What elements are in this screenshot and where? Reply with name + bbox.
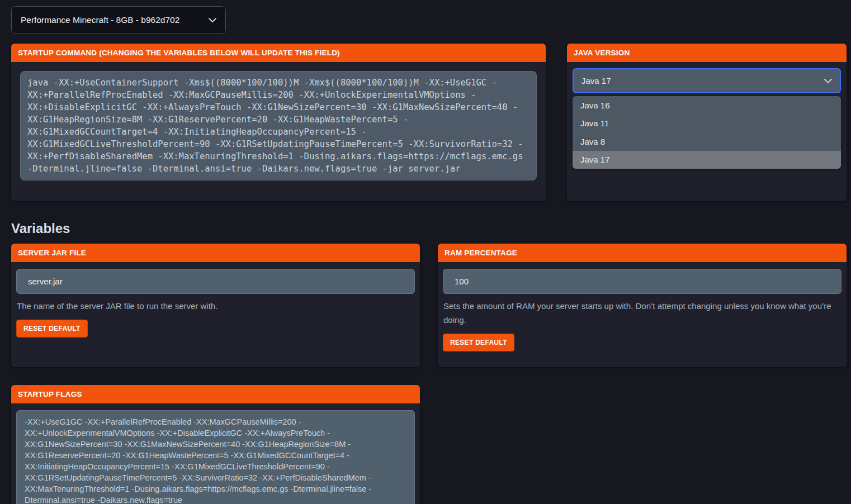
ram-percentage-reset-default-button[interactable]: RESET DEFAULT [443,334,514,351]
ram-percentage-header: RAM PERCENTAGE [438,244,847,262]
java-version-option-java-11[interactable]: Java 11 [573,115,841,133]
server-jar-file-description: The name of the server JAR file to run t… [17,299,414,313]
java-version-option-java-8[interactable]: Java 8 [573,132,841,151]
server-selector[interactable]: Performance Minecraft - 8GB - b962d702 [11,6,226,34]
ram-percentage-body: Sets the amount of RAM your server start… [438,262,847,367]
startup-settings-page: Performance Minecraft - 8GB - b962d702 S… [0,0,851,504]
startup-flags-header: STARTUP FLAGS [11,385,420,403]
java-version-body: Java 17 Java 16 Java 11 Java 8 Java 17 [567,62,847,175]
server-jar-file-input[interactable] [16,269,415,294]
startup-flags-card: STARTUP FLAGS -XX:+UseG1GC -XX:+Parallel… [11,385,420,504]
server-jar-file-card: SERVER JAR FILE The name of the server J… [11,244,420,367]
startup-command-header: STARTUP COMMAND (CHANGING THE VARIABLES … [11,44,546,62]
java-version-option-list: Java 16 Java 11 Java 8 Java 17 [573,96,841,169]
variables-section-title: Variables [11,221,847,236]
java-version-option-java-17[interactable]: Java 17 [573,151,841,169]
java-version-panel: JAVA VERSION Java 17 Java 16 Java 11 Jav… [567,44,847,201]
java-version-header: JAVA VERSION [567,44,847,62]
startup-flags-textarea[interactable]: -XX:+UseG1GC -XX:+ParallelRefProcEnabled… [16,410,415,504]
chevron-down-icon [209,18,216,22]
ram-percentage-input[interactable] [443,269,841,294]
server-selector-value: Performance Minecraft - 8GB - b962d702 [21,15,179,25]
java-version-select[interactable]: Java 17 [573,68,841,93]
startup-command-panel: STARTUP COMMAND (CHANGING THE VARIABLES … [11,44,546,201]
startup-command-field[interactable]: java -XX:+UseContainerSupport -Xms$((800… [20,71,537,180]
top-row: STARTUP COMMAND (CHANGING THE VARIABLES … [11,44,847,201]
java-version-option-java-16[interactable]: Java 16 [573,96,841,115]
ram-percentage-description: Sets the amount of RAM your server start… [443,299,841,327]
java-version-selected-value: Java 17 [581,76,611,85]
variables-row: SERVER JAR FILE The name of the server J… [11,244,847,367]
ram-percentage-card: RAM PERCENTAGE Sets the amount of RAM yo… [438,244,847,367]
server-jar-file-header: SERVER JAR FILE [11,244,420,262]
chevron-down-icon [824,79,832,83]
startup-flags-body: -XX:+UseG1GC -XX:+ParallelRefProcEnabled… [11,403,420,504]
server-jar-file-body: The name of the server JAR file to run t… [11,262,420,353]
server-jar-reset-default-button[interactable]: RESET DEFAULT [16,320,88,337]
